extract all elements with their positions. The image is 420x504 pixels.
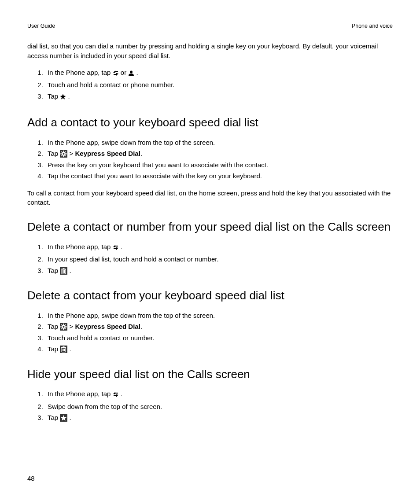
step-text: . — [140, 150, 142, 157]
step-text: . — [70, 267, 71, 274]
menu-path-label: Keypress Speed Dial — [75, 323, 140, 330]
step-text: . — [121, 243, 122, 250]
step-text: or — [121, 69, 129, 76]
list-item: In your speed dial list, touch and hold … — [45, 254, 393, 265]
list-item: Tap the contact that you want to associa… — [45, 170, 393, 182]
list-item: In the Phone app, tap . — [45, 241, 393, 254]
heading-add-keyboard-speed-dial: Add a contact to your keyboard speed dia… — [27, 115, 393, 130]
settings-icon — [60, 323, 67, 331]
list-item: Tap . — [45, 265, 393, 276]
list-item: Touch and hold a contact or number. — [45, 332, 393, 344]
heading-delete-keyboard-speed-dial: Delete a contact from your keyboard spee… — [27, 288, 393, 303]
page-header: User Guide Phone and voice — [27, 23, 393, 29]
trash-icon — [60, 267, 67, 275]
list-item: Tap . — [45, 412, 393, 423]
step-text: . — [70, 345, 71, 353]
steps-list-sec4: In the Phone app, tap . Swipe down from … — [27, 388, 393, 423]
step-text: Tap — [48, 414, 60, 421]
list-item: Tap > Keypress Speed Dial. — [45, 321, 393, 332]
list-item: In the Phone app, tap or . — [45, 67, 393, 80]
step-text: . — [121, 390, 122, 397]
intro-paragraph: dial list, so that you can dial a number… — [27, 41, 393, 61]
step-text: Tap — [48, 345, 60, 353]
list-item: Press the key on your keyboard that you … — [45, 159, 393, 171]
step-text: . — [70, 414, 71, 421]
step-text: In the Phone app, tap — [48, 390, 113, 397]
list-item: Tap > Keypress Speed Dial. — [45, 148, 393, 159]
contact-icon — [128, 68, 134, 80]
settings-icon — [60, 150, 67, 158]
header-left: User Guide — [27, 23, 55, 29]
list-item: In the Phone app, swipe down from the to… — [45, 137, 393, 148]
star-box-icon — [60, 414, 67, 422]
trash-icon — [60, 346, 67, 353]
list-item: Touch and hold a contact or phone number… — [45, 79, 393, 91]
list-item: In the Phone app, tap . — [45, 388, 393, 401]
step-text: . — [68, 92, 70, 100]
steps-list-intro: In the Phone app, tap or . Touch and hol… — [27, 67, 393, 103]
step-text: In the Phone app, tap — [48, 243, 113, 250]
list-item: Tap . — [45, 91, 393, 103]
step-text: > — [70, 150, 75, 157]
list-item: Tap . — [45, 343, 393, 355]
step-text: In the Phone app, tap — [48, 69, 113, 76]
steps-list-sec3: In the Phone app, swipe down from the to… — [27, 310, 393, 355]
step-text: Tap — [48, 323, 60, 330]
step-text: . — [136, 69, 138, 76]
calls-icon — [113, 390, 119, 401]
page: User Guide Phone and voice dial list, so… — [0, 0, 420, 504]
heading-delete-from-calls: Delete a contact or number from your spe… — [27, 220, 393, 234]
list-item: Swipe down from the top of the screen. — [45, 401, 393, 412]
list-item: In the Phone app, swipe down from the to… — [45, 310, 393, 321]
step-text: > — [70, 323, 75, 330]
page-number: 48 — [27, 475, 35, 482]
calls-icon — [113, 243, 119, 254]
steps-list-sec1: In the Phone app, swipe down from the to… — [27, 137, 393, 182]
step-text: Tap — [48, 267, 60, 274]
heading-hide-speed-dial: Hide your speed dial list on the Calls s… — [27, 367, 393, 382]
step-text: Tap — [48, 92, 60, 100]
step-text: . — [140, 323, 142, 330]
section-after-text: To call a contact from your keyboard spe… — [27, 188, 393, 208]
menu-path-label: Keypress Speed Dial — [75, 150, 140, 157]
star-icon — [60, 92, 66, 103]
header-right: Phone and voice — [352, 23, 393, 29]
step-text: Tap — [48, 150, 60, 157]
calls-icon — [113, 68, 119, 80]
steps-list-sec2: In the Phone app, tap . In your speed di… — [27, 241, 393, 276]
